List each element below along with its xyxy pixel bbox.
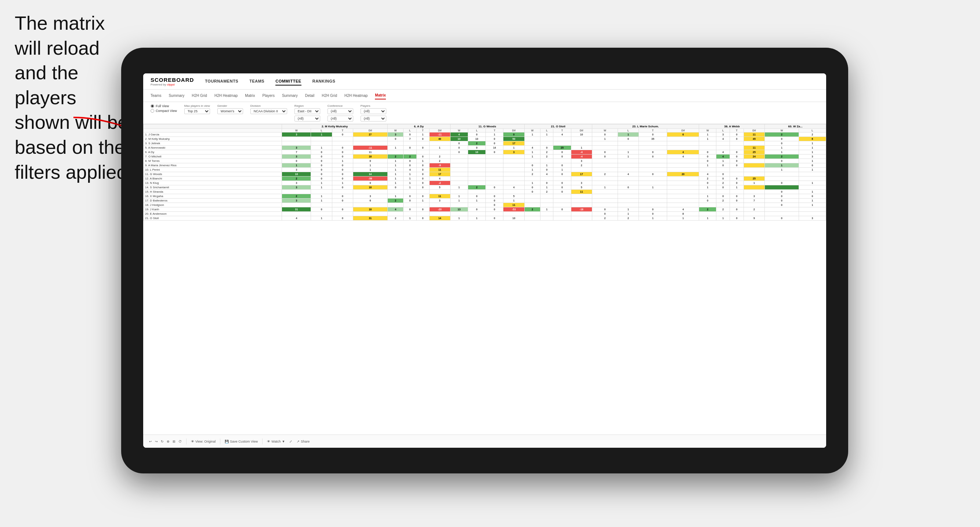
table-row: 9. A Maria Jimenez Rios 1001 100-9 0102 … bbox=[143, 163, 826, 168]
share-button[interactable]: ↗ Share bbox=[297, 440, 310, 443]
nav-teams[interactable]: TEAMS bbox=[249, 78, 264, 86]
redo-button[interactable]: ↪ bbox=[155, 440, 158, 443]
player-nomrowski: 5. A Nomrowski bbox=[143, 146, 282, 150]
sub-nav-summary2[interactable]: Summary bbox=[282, 92, 298, 99]
player-bianchi: 12. A Bianchi bbox=[143, 176, 282, 181]
player-stranda: 15. H Stranda bbox=[143, 190, 282, 194]
conference-select[interactable]: (All) bbox=[328, 108, 353, 114]
watch-button[interactable]: 👁 Watch ▼ bbox=[267, 440, 285, 443]
nav-tournaments[interactable]: TOURNAMENTS bbox=[205, 78, 238, 86]
col-header-mulcahy: 2. M Kelly Mulcahy bbox=[282, 124, 387, 129]
sh-t4: T bbox=[553, 129, 571, 132]
sub-nav-detail[interactable]: Detail bbox=[305, 92, 315, 99]
players-label: Players bbox=[361, 104, 386, 108]
table-row: 16. X Mcgaha 2103 10011 1005 1003 00 bbox=[143, 194, 826, 198]
sh-w2: W bbox=[387, 129, 404, 132]
sub-nav-h2h-heatmap[interactable]: H2H Heatmap bbox=[215, 92, 237, 99]
compact-view-option[interactable]: Compact View bbox=[151, 109, 177, 113]
max-players-select[interactable]: Top 25 Top 10 Top 50 bbox=[185, 108, 210, 114]
players-select[interactable]: (All) bbox=[361, 108, 386, 114]
sub-header-empty bbox=[143, 129, 282, 132]
table-row: 18. J Hodgson 011 01 bbox=[143, 203, 826, 207]
table-row: 19. J Kanh 310018 400-20 1300-53 210-18 … bbox=[143, 207, 826, 212]
gender-select[interactable]: Women's Men's bbox=[217, 108, 243, 114]
player-mcgaha: 16. X Mcgaha bbox=[143, 194, 282, 198]
full-view-option[interactable]: Full View bbox=[151, 104, 177, 108]
sh-w4: W bbox=[524, 129, 541, 132]
sh-d2: Dif bbox=[429, 129, 450, 132]
sh-l7: L bbox=[799, 129, 826, 132]
sh-l4: L bbox=[541, 129, 553, 132]
tablet-screen: SCOREBOARD Powered by clippd TOURNAMENTS… bbox=[143, 73, 826, 448]
player-jelinek: 3. S Jelinek bbox=[143, 141, 282, 146]
sh-w7: W bbox=[765, 129, 799, 132]
gender-filter: Gender Women's Men's bbox=[217, 104, 243, 114]
view-options: Full View Compact View bbox=[151, 104, 177, 113]
undo-button[interactable]: ↩ bbox=[149, 440, 152, 443]
sh-l2: L bbox=[404, 129, 416, 132]
full-view-label: Full View bbox=[156, 104, 169, 108]
sub-nav-players[interactable]: Players bbox=[262, 92, 275, 99]
player-mulcahy: 2. M Kelly Mulcahy bbox=[143, 137, 282, 141]
gender-label: Gender bbox=[217, 104, 243, 108]
sub-nav-matrix[interactable]: Matrix bbox=[245, 92, 255, 99]
table-row: 12. A Bianchi 200-58 1104 20025 bbox=[143, 176, 826, 181]
toolbar-divider-3 bbox=[262, 438, 262, 444]
col-header-dy: 6. A Dy bbox=[387, 124, 450, 129]
players-select2[interactable]: (All) bbox=[361, 116, 386, 121]
view-icon: 👁 bbox=[191, 440, 194, 443]
share-label: Share bbox=[301, 440, 310, 443]
sub-nav-h2h-grid2[interactable]: H2H Grid bbox=[321, 92, 337, 99]
sh-w6: W bbox=[699, 129, 716, 132]
save-icon: 💾 bbox=[225, 440, 229, 443]
sh-d3: Dif bbox=[503, 129, 524, 132]
view-original-button[interactable]: 👁 View: Original bbox=[191, 440, 216, 443]
nav-committee[interactable]: COMMITTEE bbox=[275, 78, 301, 86]
logo-scoreboard: SCOREBOARD bbox=[151, 77, 194, 83]
player-jimenez: 9. A Maria Jimenez Rios bbox=[143, 163, 282, 168]
bottom-toolbar: ↩ ↪ ↻ ⊕ ⊞ ⏱ 👁 View: Original 💾 Save Cust… bbox=[143, 435, 826, 448]
division-select[interactable]: NCAA Division II NCAA Division I NCAA Di… bbox=[250, 108, 287, 114]
player-garcia: 1. J Garcia bbox=[143, 132, 282, 137]
table-row: 6. A Dy 70011 01003 120-4 0104 04025 11 bbox=[143, 150, 826, 154]
col-header-stoll: 21. O Stoll bbox=[524, 124, 592, 129]
sub-nav-matrix2[interactable]: Matrix bbox=[375, 92, 385, 100]
table-row: 11. G Woods 100014 11017 24017 24020 40 bbox=[143, 172, 826, 176]
matrix-area: 2. M Kelly Mulcahy 6. A Dy 11. G Woods 2… bbox=[143, 124, 826, 435]
matrix-table: 2. M Kelly Mulcahy 6. A Dy 11. G Woods 2… bbox=[143, 124, 826, 221]
filters-bar: Full View Compact View Max players in vi… bbox=[143, 102, 826, 124]
nav-rankings[interactable]: RANKINGS bbox=[312, 78, 336, 86]
sh-w5: W bbox=[592, 129, 618, 132]
full-view-radio[interactable] bbox=[151, 104, 154, 108]
watch-icon: 👁 bbox=[267, 440, 270, 443]
player-dy: 6. A Dy bbox=[143, 150, 282, 154]
settings-button[interactable]: ⊞ bbox=[173, 440, 175, 443]
region-select[interactable]: East - DII (All) bbox=[294, 108, 320, 114]
toolbar-divider-2 bbox=[220, 438, 220, 444]
player-hodgson: 18. J Hodgson bbox=[143, 203, 282, 207]
sub-nav-h2h-grid[interactable]: H2H Grid bbox=[192, 92, 207, 99]
table-row: 5. A Nomrowski 310-11 1001 00141 40251 1… bbox=[143, 146, 826, 150]
col-header-schum: 23. L Marie Schum. bbox=[592, 124, 699, 129]
table-row: 13. N Klug 3110 110-2 1003 0201 01 bbox=[143, 181, 826, 185]
refresh-button[interactable]: ↻ bbox=[161, 440, 164, 443]
conference-select2[interactable]: (All) bbox=[328, 116, 353, 121]
clock-button[interactable]: ⏱ bbox=[178, 440, 182, 443]
expand-button[interactable]: ⤢ bbox=[290, 440, 292, 443]
save-custom-button[interactable]: 💾 Save Custom View bbox=[225, 440, 258, 443]
region-select2[interactable]: (All) bbox=[294, 116, 320, 121]
compact-view-radio[interactable] bbox=[151, 109, 154, 113]
sub-nav-h2h-heatmap2[interactable]: H2H Heatmap bbox=[344, 92, 368, 99]
player-klug: 13. N Klug bbox=[143, 181, 282, 185]
player-ballesteros: 17. D Ballesteros bbox=[143, 198, 282, 203]
nav-items: TOURNAMENTS TEAMS COMMITTEE RANKINGS bbox=[205, 78, 335, 86]
table-row: 20. E Andersson 0108 bbox=[143, 212, 826, 216]
zoom-button[interactable]: ⊕ bbox=[167, 440, 170, 443]
player-perini: 10. L Perini bbox=[143, 168, 282, 172]
player-stoll: 21. O Stoll bbox=[143, 216, 282, 221]
sub-nav-teams[interactable]: Teams bbox=[151, 92, 161, 99]
sub-nav-summary[interactable]: Summary bbox=[169, 92, 185, 99]
sh-t3: T bbox=[486, 129, 503, 132]
sh-d4: Dif bbox=[571, 129, 592, 132]
region-label: Region bbox=[294, 104, 320, 108]
